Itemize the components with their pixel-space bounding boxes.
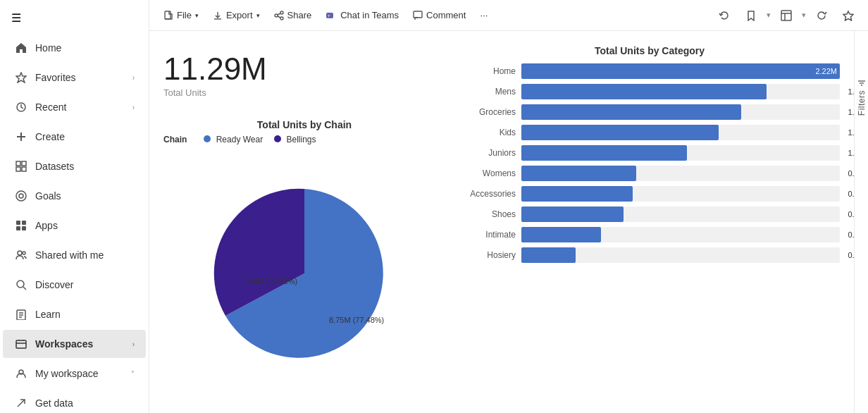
pie-svg: 8.75M (77.48%) 2.54M (22.52%) bbox=[206, 175, 403, 372]
workspaces-icon bbox=[14, 337, 28, 351]
bar-row: Intimate0.57M bbox=[459, 227, 840, 242]
sidebar-item-shared[interactable]: Shared with me bbox=[3, 241, 146, 269]
sidebar-item-learn[interactable]: Learn bbox=[3, 300, 146, 328]
chevron-down-icon: ▾ bbox=[256, 12, 260, 19]
hamburger-button[interactable]: ☰ bbox=[0, 3, 149, 33]
sidebar-item-label: Create bbox=[35, 131, 65, 142]
bar-track: 0.81M bbox=[521, 166, 840, 181]
sidebar-item-label: Learn bbox=[35, 309, 61, 320]
left-panel: 11.29M Total Units Total Units by Chain … bbox=[163, 45, 445, 399]
chat-teams-button[interactable]: T Chat in Teams bbox=[320, 6, 404, 24]
svg-point-8 bbox=[16, 191, 26, 201]
shared-icon bbox=[14, 248, 28, 262]
bar-fill bbox=[521, 84, 767, 99]
bar-track: 1.54M bbox=[521, 104, 840, 120]
bar-track: 0.57M bbox=[521, 227, 840, 242]
right-panel: Total Units by Category Home2.22MMens1.7… bbox=[459, 45, 840, 399]
svg-line-17 bbox=[23, 287, 26, 290]
more-button[interactable]: ··· bbox=[474, 6, 493, 24]
undo-button[interactable] bbox=[713, 4, 736, 27]
topbar-right-actions: ▾ ▾ bbox=[713, 4, 860, 27]
bar-track: 0.78M bbox=[521, 186, 840, 202]
sidebar-item-workspaces[interactable]: Workspaces › bbox=[3, 330, 146, 358]
bar-chart: Home2.22MMens1.72MGroceries1.54MKids1.39… bbox=[459, 63, 840, 399]
bar-category-label: Womens bbox=[459, 168, 516, 178]
bar-value-label: 0.72M bbox=[848, 210, 854, 218]
export-button[interactable]: Export ▾ bbox=[207, 6, 266, 24]
bar-track: 0.38M bbox=[521, 247, 840, 263]
svg-rect-3 bbox=[17, 136, 25, 137]
legend-chain-label: Chain bbox=[163, 135, 187, 144]
bar-category-label: Kids bbox=[459, 128, 516, 137]
bar-row: Shoes0.72M bbox=[459, 207, 840, 222]
sidebar-item-label: Home bbox=[35, 42, 61, 54]
bar-fill bbox=[521, 104, 741, 120]
sidebar-item-favorites[interactable]: Favorites › bbox=[3, 63, 146, 92]
svg-rect-10 bbox=[16, 221, 20, 225]
file-button[interactable]: File ▾ bbox=[158, 6, 204, 24]
view-chevron[interactable]: ▾ bbox=[802, 11, 806, 20]
sidebar-item-datasets[interactable]: Datasets bbox=[3, 152, 146, 180]
create-icon bbox=[14, 130, 28, 144]
pie-chart-legend: Chain Ready Wear Bellings bbox=[163, 135, 445, 144]
sidebar-item-label: Apps bbox=[35, 220, 58, 231]
bar-row: Kids1.39M bbox=[459, 125, 840, 140]
svg-rect-22 bbox=[16, 340, 26, 348]
svg-rect-4 bbox=[16, 161, 20, 166]
bar-fill bbox=[521, 227, 601, 242]
pie-chart-title: Total Units by Chain bbox=[163, 119, 445, 130]
sidebar-item-apps[interactable]: Apps bbox=[3, 211, 146, 240]
teams-icon: T bbox=[326, 11, 337, 20]
bar-fill bbox=[521, 247, 576, 263]
sidebar-item-recent[interactable]: Recent › bbox=[3, 93, 146, 121]
learn-icon bbox=[14, 307, 28, 321]
bar-row: Home2.22M bbox=[459, 63, 840, 79]
topbar: File ▾ Export ▾ Share T Chat in Teams Co… bbox=[149, 0, 868, 31]
star-button[interactable] bbox=[837, 4, 860, 27]
sidebar-item-goals[interactable]: Goals bbox=[3, 182, 146, 210]
home-icon bbox=[14, 41, 28, 55]
share-icon bbox=[274, 11, 284, 20]
bar-row: Juniors1.16M bbox=[459, 145, 840, 161]
svg-marker-42 bbox=[843, 11, 853, 20]
bar-fill bbox=[521, 145, 687, 161]
sidebar-item-create[interactable]: Create bbox=[3, 123, 146, 151]
bar-category-label: Intimate bbox=[459, 230, 516, 240]
bookmark-chevron[interactable]: ▾ bbox=[767, 11, 771, 20]
svg-rect-5 bbox=[22, 161, 26, 166]
svg-marker-0 bbox=[16, 73, 26, 82]
bookmark-button[interactable] bbox=[740, 4, 762, 27]
datasets-icon bbox=[14, 159, 28, 173]
apps-icon bbox=[14, 218, 28, 233]
sidebar-item-get-data[interactable]: Get data bbox=[3, 389, 146, 413]
bar-track: 1.72M bbox=[521, 84, 840, 99]
sidebar-item-home[interactable]: Home bbox=[3, 34, 146, 62]
sidebar-item-label: Goals bbox=[35, 190, 61, 202]
sidebar-item-my-workspace[interactable]: My workspace ˅ bbox=[3, 359, 146, 388]
bar-value-label: 0.81M bbox=[848, 169, 854, 178]
svg-point-16 bbox=[17, 281, 24, 288]
bar-row: Hosiery0.38M bbox=[459, 247, 840, 263]
view-button[interactable] bbox=[775, 4, 798, 27]
svg-rect-11 bbox=[22, 221, 26, 225]
bar-row: Groceries1.54M bbox=[459, 104, 840, 120]
svg-rect-12 bbox=[16, 226, 20, 230]
filters-panel[interactable]: Filters bbox=[854, 31, 868, 413]
goals-icon bbox=[14, 189, 28, 203]
comment-button[interactable]: Comment bbox=[407, 6, 471, 24]
share-button[interactable]: Share bbox=[268, 6, 318, 24]
bar-category-label: Juniors bbox=[459, 148, 516, 158]
svg-text:8.75M (77.48%): 8.75M (77.48%) bbox=[329, 316, 384, 324]
sidebar-item-label: Shared with me bbox=[35, 249, 104, 261]
bar-value-label: 1.16M bbox=[848, 149, 854, 157]
bar-value-label: 0.57M bbox=[848, 230, 854, 239]
chevron-down-icon: ▾ bbox=[195, 12, 199, 19]
bar-fill bbox=[521, 63, 840, 79]
bar-value-label: 0.38M bbox=[848, 251, 854, 259]
recent-icon bbox=[14, 100, 28, 114]
chevron-icon: › bbox=[132, 104, 135, 111]
hamburger-icon: ☰ bbox=[11, 11, 21, 25]
main-content: 11.29M Total Units Total Units by Chain … bbox=[149, 31, 868, 413]
sidebar-item-discover[interactable]: Discover bbox=[3, 271, 146, 299]
refresh-button[interactable] bbox=[810, 4, 833, 27]
